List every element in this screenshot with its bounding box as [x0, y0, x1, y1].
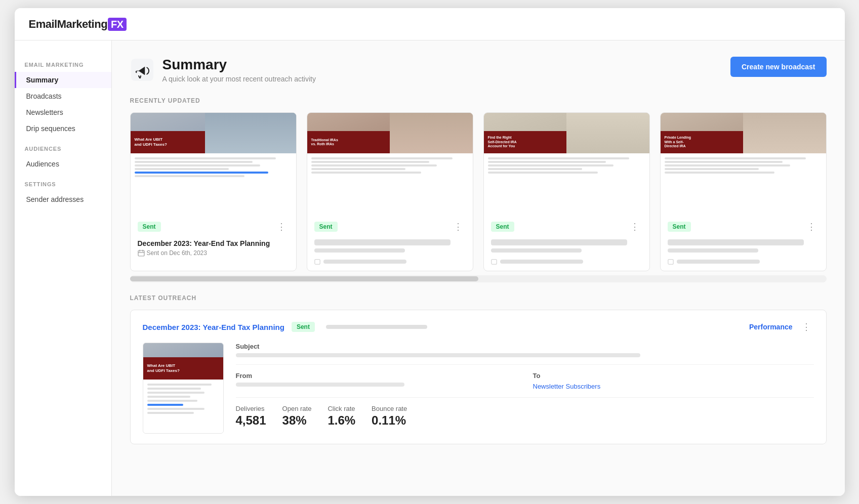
sidebar-label-drip: Drip sequences	[26, 124, 75, 133]
card2-banner: Traditional IRAsvs. Roth IRAs	[311, 138, 338, 147]
card3-calendar-icon	[491, 259, 497, 265]
card2-status-badge: Sent	[314, 222, 338, 232]
svg-rect-9	[668, 260, 673, 264]
card4-body	[661, 153, 826, 214]
sidebar: EMAIL MARKETING Summary Broadcasts Newsl…	[15, 40, 112, 496]
deliveries-value: 4,581	[236, 413, 266, 428]
outreach-preview-body	[143, 380, 223, 433]
latest-outreach-section-label: LATEST OUTREACH	[130, 295, 827, 302]
subject-label: Subject	[236, 343, 814, 350]
app-logo: EmailMarketingFX	[29, 18, 127, 31]
open-rate-stat: Open rate 38%	[282, 405, 312, 428]
open-rate-label: Open rate	[282, 405, 312, 412]
logo-text: EmailMarketing	[29, 18, 108, 30]
click-rate-stat: Click rate 1.6%	[328, 405, 355, 428]
recently-updated-section-label: RECENTLY UPDATED	[130, 97, 827, 104]
sidebar-section-email: EMAIL MARKETING	[15, 53, 111, 72]
card-preview-3: Find the RightSelf-Directed IRAAccount f…	[484, 113, 649, 214]
sidebar-item-sender[interactable]: Sender addresses	[15, 191, 111, 207]
sidebar-item-broadcasts[interactable]: Broadcasts	[15, 88, 111, 104]
logo-fx: FX	[108, 18, 127, 31]
click-rate-label: Click rate	[328, 405, 355, 412]
top-bar: EmailMarketingFX	[15, 8, 845, 40]
card4-status-badge: Sent	[668, 222, 691, 232]
page-header-left: Summary A quick look at your most recent…	[130, 57, 316, 83]
sidebar-item-newsletters[interactable]: Newsletters	[15, 104, 111, 120]
card-preview-2: Traditional IRAsvs. Roth IRAs	[307, 113, 473, 214]
sidebar-item-summary[interactable]: Summary	[15, 72, 111, 88]
from-value-bar	[236, 383, 404, 387]
outreach-details: Subject From	[236, 343, 814, 434]
outreach-banner-text: What Are UBITand UDFI Taxes?	[147, 363, 180, 374]
outreach-body: What Are UBITand UDFI Taxes?	[143, 343, 814, 434]
card4-banner: Private LendingWith a Self-Directed IRA	[665, 136, 691, 148]
card3-more-menu[interactable]: ⋮	[627, 220, 642, 233]
sidebar-label-broadcasts: Broadcasts	[26, 92, 62, 100]
performance-link[interactable]: Performance	[749, 323, 793, 331]
card4-content	[661, 239, 826, 259]
main-content: Summary A quick look at your most recent…	[112, 40, 845, 496]
sidebar-label-sender: Sender addresses	[26, 195, 84, 203]
card3-banner: Find the RightSelf-Directed IRAAccount f…	[488, 136, 517, 148]
outreach-header-right: Performance ⋮	[749, 320, 814, 333]
card1-more-menu[interactable]: ⋮	[274, 220, 289, 233]
deliveries-label: Deliveries	[236, 405, 266, 412]
bounce-rate-label: Bounce rate	[372, 405, 407, 412]
card2-calendar-icon	[314, 259, 320, 265]
card-preview-sim-4: Private LendingWith a Self-Directed IRA	[661, 113, 826, 214]
card-preview-sim-1: What Are UBITand UDFI Taxes?	[131, 113, 296, 214]
card1-date-text: Sent on Dec 6th, 2023	[147, 249, 207, 257]
card1-date: Sent on Dec 6th, 2023	[138, 249, 289, 257]
outreach-more-menu[interactable]: ⋮	[799, 320, 814, 333]
svg-rect-8	[491, 260, 496, 264]
card1-body	[131, 153, 296, 214]
card1-status-badge: Sent	[138, 222, 161, 232]
create-broadcast-button[interactable]: Create new broadcast	[730, 57, 827, 77]
app-window: EmailMarketingFX EMAIL MARKETING Summary…	[15, 8, 845, 496]
outreach-title-link[interactable]: December 2023: Year-End Tax Planning	[143, 323, 284, 331]
card4-calendar-icon	[668, 259, 674, 265]
outreach-progress-bar	[326, 325, 427, 329]
page-subtitle: A quick look at your most recent outreac…	[162, 75, 316, 83]
sidebar-item-audiences[interactable]: Audiences	[15, 156, 111, 172]
cards-row: What Are UBITand UDFI Taxes?	[130, 112, 827, 271]
broadcast-card-1: What Are UBITand UDFI Taxes?	[130, 112, 297, 271]
page-header: Summary A quick look at your most recent…	[130, 57, 827, 83]
card3-content	[484, 239, 649, 259]
broadcast-card-2: Traditional IRAsvs. Roth IRAs	[307, 112, 473, 271]
page-title-group: Summary A quick look at your most recent…	[162, 57, 316, 83]
click-rate-value: 1.6%	[328, 413, 355, 428]
outreach-card: December 2023: Year-End Tax Planning Sen…	[130, 310, 827, 444]
body-layout: EMAIL MARKETING Summary Broadcasts Newsl…	[15, 40, 845, 496]
card1-banner: What Are UBITand UDFI Taxes?	[135, 137, 167, 147]
card3-status-badge: Sent	[491, 222, 514, 232]
card2-content	[307, 239, 473, 259]
to-value-link[interactable]: Newsletter Subscribers	[533, 383, 814, 390]
subject-col: Subject	[236, 343, 814, 357]
outreach-preview-sim: What Are UBITand UDFI Taxes?	[143, 343, 223, 433]
sidebar-section-settings: SETTINGS	[15, 172, 111, 191]
sidebar-label-summary: Summary	[26, 76, 59, 84]
bounce-rate-stat: Bounce rate 0.11%	[372, 405, 407, 428]
deliveries-stat: Deliveries 4,581	[236, 405, 266, 428]
svg-line-2	[140, 76, 141, 78]
card2-more-menu[interactable]: ⋮	[451, 220, 466, 233]
card-preview-4: Private LendingWith a Self-Directed IRA	[661, 113, 826, 214]
card1-title: December 2023: Year-End Tax Planning	[138, 239, 289, 247]
broadcast-card-4: Private LendingWith a Self-Directed IRA	[660, 112, 827, 271]
page-title: Summary	[162, 57, 316, 73]
card1-footer: Sent ⋮	[131, 214, 296, 239]
cards-scrollbar[interactable]	[130, 275, 827, 282]
open-rate-value: 38%	[282, 413, 312, 428]
outreach-status-badge: Sent	[292, 322, 315, 332]
card-preview-1: What Are UBITand UDFI Taxes?	[131, 113, 296, 214]
to-label: To	[533, 372, 814, 380]
card4-more-menu[interactable]: ⋮	[804, 220, 819, 233]
detail-divider-1	[236, 364, 814, 365]
to-col: To Newsletter Subscribers	[533, 372, 814, 390]
from-to-row: From To Newsletter Subscribers	[236, 372, 814, 390]
sidebar-item-drip[interactable]: Drip sequences	[15, 120, 111, 137]
card2-body	[307, 153, 473, 214]
card4-footer: Sent ⋮	[661, 214, 826, 239]
calendar-icon	[138, 249, 145, 257]
